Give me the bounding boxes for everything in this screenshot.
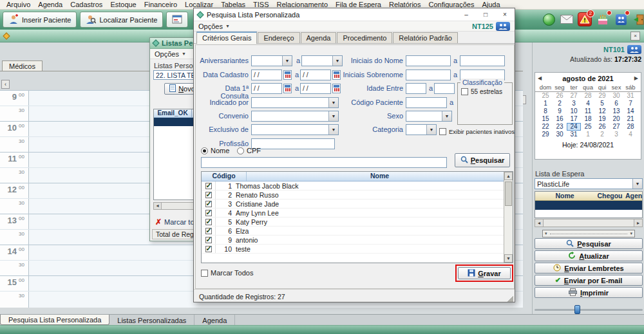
col-codigo[interactable]: Código [202, 172, 247, 181]
iniciais-sobrenome-de-input[interactable] [406, 70, 451, 80]
close-icon[interactable]: × [495, 8, 515, 21]
data-consulta-ate-input[interactable]: / / [300, 83, 331, 94]
calendar-day[interactable]: 14 [623, 107, 638, 115]
aniversariantes-ate-select[interactable]: ▼ [301, 55, 343, 66]
toolbar-extra-button[interactable] [166, 12, 188, 28]
calendar-day[interactable]: 7 [623, 100, 638, 107]
checkbox-icon[interactable] [439, 128, 446, 135]
minimize-icon[interactable]: – [457, 8, 476, 21]
menu-item-financeiro[interactable]: Financeiro [140, 1, 181, 8]
bottom-tab-agenda[interactable]: Agenda [194, 315, 235, 325]
tab-procedimento[interactable]: Procedimento [337, 32, 392, 43]
menu-item-arquivo[interactable]: Arquivo [3, 1, 34, 8]
waitlist-table[interactable]: Nome Chegou Agend [535, 191, 643, 218]
calendar-day[interactable]: 27 [567, 92, 581, 100]
bottom-tab-listas[interactable]: Listas Personalizadas [109, 315, 194, 325]
iniciais-nome-de-input[interactable] [406, 55, 451, 66]
waitlist-pager[interactable]: ▾ ▾ [542, 230, 635, 237]
calendar-day[interactable]: 3 [609, 131, 623, 138]
calendar-day[interactable]: 26 [553, 92, 567, 100]
dropdown-arrow-icon[interactable]: ▼ [282, 56, 292, 66]
tab-endereco[interactable]: Endereço [258, 32, 299, 43]
pager-left-icon[interactable]: ▾ [545, 231, 547, 236]
calendar-day[interactable]: 31 [567, 131, 581, 138]
calendar-day[interactable]: 30 [609, 92, 623, 100]
pesquisar-button[interactable]: Pesquisar [535, 238, 643, 249]
insert-patient-button[interactable]: Inserir Paciente [3, 12, 77, 28]
dialog-pesquisar-button[interactable]: Pesquisar [455, 153, 510, 167]
calendar-day[interactable]: 19 [595, 115, 609, 123]
contacts-icon[interactable] [613, 12, 629, 27]
col-chegou[interactable]: Chegou [594, 192, 625, 200]
menu-item-estoque[interactable]: Estoque [106, 1, 140, 8]
idade-de-input[interactable] [406, 83, 426, 94]
waitlist-selected-row[interactable] [535, 201, 642, 210]
col-agend[interactable]: Agend [625, 192, 642, 200]
calendar-day[interactable]: 21 [623, 115, 638, 123]
next-month-icon[interactable]: ▶ [630, 75, 638, 81]
iniciais-nome-ate-input[interactable] [460, 55, 505, 66]
calendar-day[interactable]: 9 [553, 107, 567, 115]
dropdown-arrow-icon[interactable]: ▼ [328, 111, 338, 121]
tab-criterios-gerais[interactable]: Critérios Gerais [196, 32, 257, 44]
calendar-day[interactable]: 28 [623, 123, 638, 131]
opcoes-menu[interactable]: Opções [155, 50, 179, 58]
calendar-day[interactable]: 6 [609, 100, 623, 107]
calendar-day[interactable]: 25 [581, 123, 595, 131]
zoom-slider[interactable] [535, 305, 643, 314]
calendar-date-icon[interactable] [332, 84, 341, 93]
row-checkbox[interactable] [202, 245, 216, 253]
slider-thumb[interactable] [574, 305, 580, 314]
row-checkbox[interactable] [202, 218, 216, 226]
checkbox-icon[interactable] [461, 88, 468, 95]
calendar-day[interactable]: 2 [553, 100, 567, 107]
scroll-right-icon[interactable]: ▸ [634, 219, 642, 227]
calendar-day[interactable]: 20 [609, 115, 623, 123]
codigo-paciente-de-input[interactable] [406, 97, 447, 108]
row-checkbox[interactable] [202, 227, 216, 235]
dropdown-arrow-icon[interactable]: ▼ [426, 125, 436, 135]
gravar-button[interactable]: Gravar [458, 267, 511, 279]
calendar-day[interactable]: 29 [595, 92, 609, 100]
calendar-day[interactable]: 17 [567, 115, 581, 123]
row-checkbox[interactable] [202, 190, 216, 199]
radio-icon[interactable] [201, 147, 208, 154]
tab-relatorio-padrao[interactable]: Relatório Padrão [393, 32, 458, 43]
idade-ate-input[interactable] [434, 83, 455, 94]
tab-medicos[interactable]: Médicos [2, 60, 43, 71]
waitlist-hscrollbar[interactable]: ◂ ▸ [535, 219, 643, 227]
enviar-lembretes-button[interactable]: Enviar Lembretes [535, 263, 643, 274]
calendar-day[interactable]: 10 [567, 107, 581, 115]
profissao-input[interactable] [251, 138, 335, 149]
dropdown-arrow-icon[interactable]: ▼ [632, 179, 642, 189]
col-nome[interactable]: Nome [247, 172, 513, 181]
scroll-down-icon[interactable]: ▼ [504, 254, 513, 263]
radio-cpf[interactable]: CPF [237, 147, 261, 154]
resize-grip[interactable] [506, 295, 513, 302]
calendar-day[interactable]: 11 [581, 107, 595, 115]
dropdown-arrow-icon[interactable]: ▼ [442, 111, 451, 121]
result-row[interactable]: 10teste [202, 245, 513, 254]
estrelas-checkbox[interactable]: 55 estrelas [461, 88, 502, 95]
calendar-day[interactable]: 4 [623, 131, 638, 138]
calendar-day[interactable]: 3 [567, 100, 581, 107]
calendar-day[interactable]: 4 [581, 100, 595, 107]
indicado-por-select[interactable]: ▼ [251, 97, 339, 108]
calendar-day[interactable]: 12 [595, 107, 609, 115]
calendar-day[interactable]: 30 [553, 131, 567, 138]
calendar-day[interactable]: 27 [609, 123, 623, 131]
dropdown-arrow-icon[interactable]: ▼ [332, 56, 342, 66]
calendar-date-icon[interactable] [283, 70, 292, 80]
data-cadastro-de-input[interactable]: / / [251, 70, 282, 80]
scroll-left-icon[interactable]: ◂ [535, 219, 544, 227]
calendar-day[interactable]: 22 [538, 123, 553, 131]
data-cadastro-ate-input[interactable]: / / [300, 70, 331, 80]
calendar-day[interactable]: 25 [538, 92, 553, 100]
exit-icon[interactable] [631, 12, 644, 27]
pager-right-icon[interactable]: ▾ [630, 231, 632, 236]
opcoes-menu[interactable]: Opções [198, 23, 223, 30]
exibir-inativos-checkbox[interactable]: Exibir pacientes inativos [439, 128, 515, 135]
categoria-select[interactable]: ▼ [406, 124, 437, 135]
tab-agenda[interactable]: Agenda [301, 32, 337, 43]
checkbox-icon[interactable] [201, 270, 208, 277]
